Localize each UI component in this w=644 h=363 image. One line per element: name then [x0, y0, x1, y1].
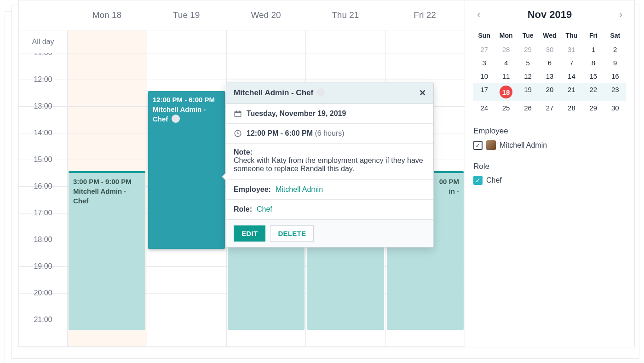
- mini-day[interactable]: 27: [473, 43, 495, 56]
- popover-time: 12:00 PM - 6:00 PM: [247, 129, 313, 137]
- hour-label: 21:00: [19, 316, 67, 342]
- role-checkbox[interactable]: ✓: [473, 176, 483, 185]
- clock-icon: [234, 129, 242, 138]
- hour-cell[interactable]: [67, 133, 147, 160]
- event-time: 12:00 PM - 6:00 PM: [153, 95, 220, 104]
- mini-day[interactable]: 7: [561, 56, 582, 69]
- note-text: Check with Katy from the employment agen…: [234, 156, 426, 173]
- mini-day[interactable]: 4: [495, 56, 517, 69]
- delete-button[interactable]: DELETE: [270, 225, 314, 242]
- mini-day[interactable]: 18: [495, 83, 517, 101]
- mini-day[interactable]: 28: [561, 101, 582, 115]
- mini-day[interactable]: 20: [539, 83, 560, 101]
- mini-day[interactable]: 11: [495, 69, 517, 83]
- day-header-fri[interactable]: Fri 22: [385, 0, 465, 30]
- mini-day[interactable]: 16: [604, 69, 626, 83]
- mini-day[interactable]: 6: [539, 56, 560, 69]
- mini-day[interactable]: 19: [517, 83, 539, 101]
- mini-day[interactable]: 28: [495, 43, 517, 56]
- hour-cell[interactable]: [385, 53, 465, 80]
- mini-day[interactable]: 29: [582, 101, 604, 115]
- role-label: Role:: [234, 205, 252, 213]
- allday-cell[interactable]: [67, 30, 147, 53]
- mini-dow: Wed: [539, 28, 560, 43]
- calendar-event-selected[interactable]: 12:00 PM - 6:00 PM Mitchell Admin - Chef: [148, 91, 225, 249]
- event-time: 3:00 PM - 9:00 PM: [73, 177, 141, 186]
- mini-day[interactable]: 17: [473, 83, 495, 101]
- mini-day[interactable]: 22: [582, 83, 604, 101]
- next-month-icon[interactable]: ›: [615, 7, 626, 23]
- mini-day[interactable]: 24: [473, 101, 495, 115]
- mini-day[interactable]: 10: [473, 69, 495, 83]
- hour-cell[interactable]: [305, 53, 385, 80]
- calendar-icon: [234, 109, 242, 118]
- allday-cell[interactable]: [226, 30, 306, 53]
- role-filter-label: Role: [473, 162, 626, 171]
- hour-cell[interactable]: [147, 267, 226, 293]
- allday-cell[interactable]: [147, 30, 226, 53]
- mini-day[interactable]: 29: [517, 43, 539, 56]
- note-label: Note:: [234, 148, 426, 156]
- mini-day[interactable]: 8: [582, 56, 604, 69]
- mini-day[interactable]: 26: [517, 101, 539, 115]
- edit-button[interactable]: EDIT: [234, 225, 265, 242]
- allday-cell[interactable]: [385, 30, 465, 53]
- hour-label: 18:00: [19, 236, 67, 262]
- mini-dow: Tue: [517, 28, 539, 43]
- month-label: Nov 2019: [528, 9, 572, 21]
- day-header-thu[interactable]: Thu 21: [305, 0, 385, 30]
- employee-filter-label: Employee: [473, 127, 626, 136]
- avatar: [486, 140, 496, 150]
- hour-cell[interactable]: [147, 53, 226, 80]
- mini-day[interactable]: 13: [539, 69, 560, 83]
- mini-day[interactable]: 9: [604, 56, 626, 69]
- hour-cell[interactable]: [147, 320, 226, 346]
- mini-day[interactable]: 31: [561, 43, 582, 56]
- mini-day[interactable]: 14: [561, 69, 582, 83]
- hour-cell[interactable]: [67, 107, 147, 133]
- employee-name: Mitchell Admin: [500, 141, 547, 150]
- sidebar: ‹ Nov 2019 › SunMonTueWedThuFriSat 27282…: [465, 0, 634, 347]
- hour-cell[interactable]: [67, 80, 147, 106]
- mini-day[interactable]: 15: [582, 69, 604, 83]
- event-title: Mitchell Admin - Chef: [153, 104, 220, 124]
- allday-label: All day: [19, 30, 67, 53]
- popover-title-wrap: Mitchell Admin - Chef: [234, 88, 325, 98]
- day-header-mon[interactable]: Mon 18: [67, 0, 147, 30]
- popover-date: Tuesday, November 19, 2019: [247, 109, 346, 118]
- employee-label: Employee:: [234, 185, 271, 194]
- calendar-week-view: Mon 18 Tue 19 Wed 20 Thu 21 Fri 22 All d…: [19, 0, 465, 347]
- mini-dow: Sun: [473, 28, 495, 43]
- mini-day[interactable]: 2: [604, 43, 626, 56]
- hour-label: 14:00: [19, 129, 67, 155]
- mini-day[interactable]: 21: [561, 83, 582, 101]
- prev-month-icon[interactable]: ‹: [473, 7, 484, 23]
- hour-cell[interactable]: [226, 53, 306, 80]
- mini-day[interactable]: 5: [517, 56, 539, 69]
- mini-day[interactable]: 25: [495, 101, 517, 115]
- close-icon[interactable]: ✕: [419, 88, 426, 98]
- day-header-tue[interactable]: Tue 19: [147, 0, 226, 30]
- mini-day[interactable]: 27: [539, 101, 560, 115]
- hour-label: 12:00: [19, 75, 67, 102]
- mini-day[interactable]: 23: [604, 83, 626, 101]
- allday-cell[interactable]: [305, 30, 385, 53]
- mini-day[interactable]: 3: [473, 56, 495, 69]
- role-name: Chef: [486, 176, 502, 184]
- mini-dow: Sat: [604, 28, 626, 43]
- mini-day[interactable]: 30: [539, 43, 560, 56]
- employee-checkbox[interactable]: ✓: [473, 141, 483, 150]
- hour-label: 19:00: [19, 262, 67, 288]
- mini-calendar: SunMonTueWedThuFriSat 272829303112345678…: [473, 28, 626, 115]
- hour-cell[interactable]: [67, 53, 147, 80]
- hour-label: 20:00: [19, 289, 67, 315]
- role-link[interactable]: Chef: [257, 205, 272, 213]
- employee-link[interactable]: Mitchell Admin: [276, 185, 323, 194]
- svg-rect-0: [235, 111, 241, 117]
- mini-day[interactable]: 30: [604, 101, 626, 115]
- calendar-event[interactable]: 3:00 PM - 9:00 PM Mitchell Admin - Chef: [69, 171, 145, 330]
- hour-cell[interactable]: [147, 294, 226, 320]
- day-header-wed[interactable]: Wed 20: [226, 0, 306, 30]
- mini-day[interactable]: 12: [517, 69, 539, 83]
- mini-day[interactable]: 1: [582, 43, 604, 56]
